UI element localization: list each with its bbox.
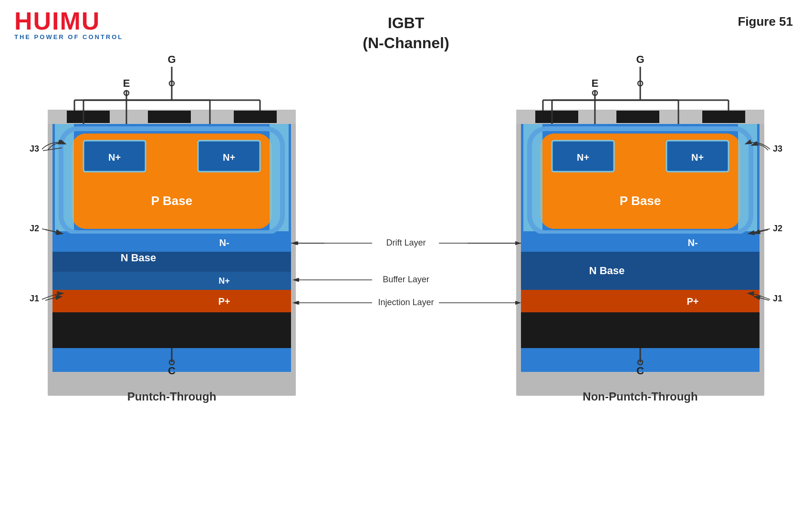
svg-rect-67 — [521, 234, 760, 252]
svg-text:C: C — [636, 365, 644, 377]
svg-text:N+: N+ — [691, 152, 704, 163]
svg-text:Buffer Layer: Buffer Layer — [383, 275, 429, 284]
svg-rect-23 — [52, 272, 291, 290]
svg-rect-53 — [616, 111, 659, 123]
svg-rect-73 — [521, 312, 760, 348]
svg-text:G: G — [636, 53, 644, 65]
svg-rect-3 — [148, 111, 191, 123]
svg-rect-54 — [702, 111, 745, 123]
svg-text:N Base: N Base — [121, 252, 156, 264]
main-diagram: N+ N+ P Base N- N- N Base N+ P+ G E C — [0, 0, 812, 524]
svg-text:J2: J2 — [773, 224, 782, 233]
svg-text:P+: P+ — [687, 296, 698, 307]
svg-text:E: E — [123, 77, 130, 89]
svg-text:N Base: N Base — [589, 265, 625, 277]
svg-rect-28 — [52, 312, 291, 348]
svg-text:E: E — [592, 77, 599, 89]
svg-rect-71 — [521, 290, 760, 314]
svg-text:P Base: P Base — [620, 194, 661, 208]
svg-text:N+: N+ — [219, 276, 230, 286]
svg-text:Puntch-Through: Puntch-Through — [127, 390, 217, 403]
svg-text:J1: J1 — [30, 294, 39, 303]
svg-text:J3: J3 — [30, 144, 39, 154]
svg-text:N+: N+ — [108, 152, 121, 163]
svg-text:N+: N+ — [223, 152, 235, 163]
svg-text:J2: J2 — [30, 224, 39, 233]
svg-text:Drift Layer: Drift Layer — [386, 238, 426, 247]
svg-text:J1: J1 — [773, 294, 782, 303]
svg-rect-20 — [52, 234, 291, 252]
svg-rect-69 — [521, 252, 760, 290]
svg-text:G: G — [167, 53, 176, 65]
svg-rect-2 — [67, 111, 110, 123]
svg-text:Non-Puntch-Through: Non-Puntch-Through — [583, 390, 697, 403]
svg-rect-4 — [234, 111, 277, 123]
svg-text:P+: P+ — [218, 296, 230, 307]
svg-text:J3: J3 — [773, 144, 782, 154]
svg-text:N-: N- — [219, 237, 229, 248]
svg-text:N-: N- — [687, 237, 697, 248]
svg-rect-52 — [535, 111, 578, 123]
svg-text:P Base: P Base — [151, 194, 192, 208]
svg-text:Injection Layer: Injection Layer — [378, 298, 434, 307]
svg-text:N+: N+ — [577, 152, 589, 163]
svg-text:C: C — [168, 365, 176, 377]
svg-rect-25 — [52, 290, 291, 314]
